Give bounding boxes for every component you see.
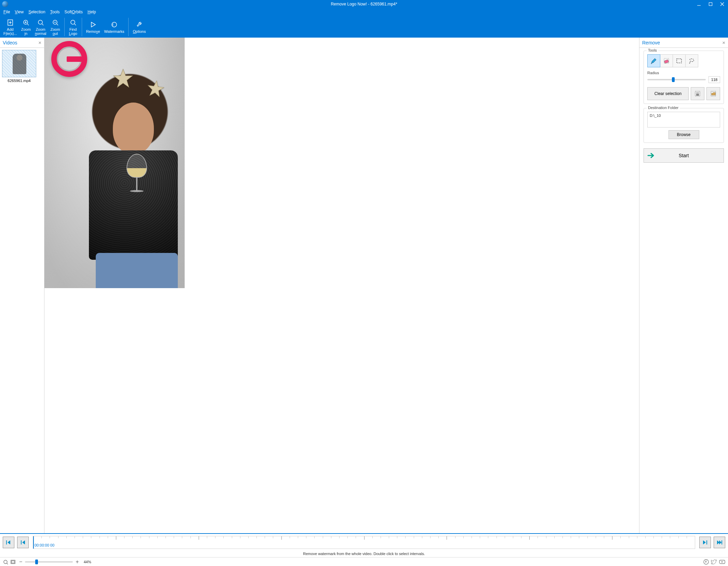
star-decoration: [146, 79, 166, 99]
jump-end-button[interactable]: [714, 537, 725, 548]
clear-selection-button[interactable]: Clear selection: [647, 87, 689, 100]
remove-panel: Remove × Tools Radius: [639, 38, 728, 533]
svg-point-16: [71, 20, 75, 24]
menu-help[interactable]: Help: [88, 10, 96, 14]
svg-point-11: [38, 20, 42, 24]
minimize-icon: [697, 2, 701, 6]
destination-group: Destination Folder D:\_10 Browse: [644, 108, 724, 143]
close-button[interactable]: [716, 0, 728, 8]
add-files-button[interactable]: AddFile(s)...: [1, 16, 19, 38]
remove-button[interactable]: Remove: [84, 16, 102, 38]
remove-panel-close[interactable]: ×: [722, 40, 725, 45]
watermark-icon: [111, 21, 118, 29]
playhead[interactable]: [33, 536, 34, 549]
minimize-button[interactable]: [693, 0, 705, 8]
zoom-plus-icon[interactable]: +: [76, 559, 79, 565]
menu-softorbits[interactable]: SoftOrbits: [65, 10, 83, 14]
tools-group: Tools Radius 118: [644, 51, 724, 104]
maximize-button[interactable]: [705, 0, 716, 8]
rectangle-tool-button[interactable]: [673, 54, 686, 67]
svg-marker-20: [114, 69, 132, 87]
fit-window-icon[interactable]: [3, 559, 8, 565]
wrench-icon: [136, 21, 143, 29]
svg-line-39: [7, 563, 8, 564]
app-icon: [2, 1, 8, 7]
svg-rect-31: [21, 540, 22, 544]
svg-marker-33: [703, 540, 706, 544]
video-thumb-image: [2, 50, 36, 77]
radius-label: Radius: [647, 71, 720, 75]
watermarks-button[interactable]: Watermarks: [102, 16, 127, 38]
marker-icon: [650, 57, 658, 65]
zoom-normal-icon: [37, 18, 44, 27]
svg-rect-29: [6, 540, 7, 544]
step-forward-button[interactable]: [699, 537, 711, 548]
svg-rect-24: [677, 59, 681, 63]
window-controls: [693, 0, 728, 8]
youtube-icon[interactable]: [719, 559, 725, 565]
destination-path[interactable]: D:\_10: [647, 112, 720, 127]
timeline-track[interactable]: 00:00:00 00: [33, 536, 695, 549]
jump-end-icon: [716, 539, 723, 545]
marker-tool-button[interactable]: [647, 54, 660, 67]
video-thumb[interactable]: 6265961.mp4: [2, 50, 36, 83]
step-back-button[interactable]: [17, 537, 29, 548]
twitter-icon[interactable]: [711, 559, 717, 565]
videos-panel: Videos × 6265961.mp4: [0, 38, 44, 533]
menu-file[interactable]: File: [3, 10, 10, 14]
radius-slider[interactable]: [647, 79, 706, 80]
svg-marker-36: [719, 540, 722, 544]
destination-legend: Destination Folder: [647, 106, 680, 110]
save-selection-button[interactable]: [691, 87, 704, 100]
main-area: Videos × 6265961.mp4: [0, 38, 728, 533]
zoom-out-button[interactable]: Zoomout: [49, 16, 62, 38]
timeline: 00:00:00 00 Remove watermark from the wh…: [0, 533, 728, 566]
browse-button[interactable]: Browse: [669, 130, 699, 139]
zoom-minus-icon[interactable]: −: [19, 559, 22, 565]
step-forward-icon: [702, 539, 708, 545]
video-thumb-list: 6265961.mp4: [0, 48, 44, 85]
svg-line-8: [27, 24, 29, 25]
videos-panel-header: Videos ×: [0, 38, 44, 48]
menu-tools[interactable]: Tools: [50, 10, 60, 14]
timeline-hint: Remove watermark from the whole video. D…: [0, 551, 728, 557]
load-selection-button[interactable]: [706, 87, 720, 100]
find-logo-button[interactable]: FindLogo: [67, 16, 80, 38]
preview-area[interactable]: [44, 38, 639, 533]
svg-point-42: [704, 560, 709, 564]
actual-size-icon[interactable]: [10, 559, 16, 565]
jump-start-button[interactable]: [3, 537, 14, 548]
svg-marker-21: [147, 80, 165, 97]
status-bar: − + 44%: [0, 557, 728, 566]
remove-panel-title: Remove: [642, 40, 660, 45]
menu-selection[interactable]: Selection: [28, 10, 45, 14]
facebook-icon[interactable]: [703, 559, 709, 565]
video-thumb-name: 6265961.mp4: [8, 79, 30, 83]
svg-line-17: [75, 24, 76, 25]
menu-view[interactable]: View: [15, 10, 24, 14]
toolbar: AddFile(s)... Zoomin Zoomnormal Zoomout: [0, 16, 728, 38]
svg-point-38: [4, 560, 7, 564]
start-arrow-icon: [647, 152, 655, 159]
radius-value[interactable]: 118: [709, 76, 720, 83]
videos-panel-title: Videos: [3, 40, 17, 45]
eraser-icon: [663, 57, 670, 65]
eraser-tool-button[interactable]: [660, 54, 673, 67]
svg-line-14: [57, 24, 58, 25]
svg-marker-44: [722, 561, 723, 563]
zoom-slider[interactable]: [25, 561, 73, 563]
preview-canvas: [44, 38, 185, 288]
lasso-icon: [688, 57, 696, 65]
svg-marker-32: [22, 540, 25, 544]
lasso-tool-button[interactable]: [685, 54, 698, 67]
zoom-normal-button[interactable]: Zoomnormal: [33, 16, 49, 38]
menu-bar: File View Selection Tools SoftOrbits Hel…: [0, 8, 728, 16]
svg-rect-22: [664, 59, 669, 64]
start-button[interactable]: Start: [644, 148, 724, 163]
svg-rect-1: [709, 3, 712, 6]
zoom-in-button[interactable]: Zoomin: [19, 16, 33, 38]
svg-rect-41: [12, 561, 14, 563]
add-file-icon: [7, 18, 14, 27]
videos-panel-close[interactable]: ×: [38, 40, 41, 45]
options-button[interactable]: Options: [131, 16, 148, 38]
